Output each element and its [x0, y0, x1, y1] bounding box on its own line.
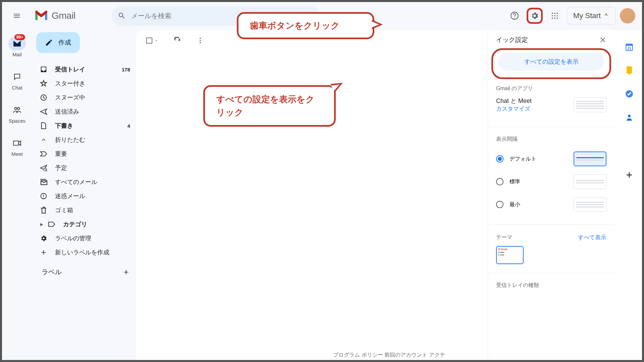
nav-manage-labels[interactable]: ラベルの管理 [36, 231, 136, 245]
side-panel: 31 [619, 30, 640, 180]
nav-sent[interactable]: 送信済み [36, 105, 136, 119]
svg-point-6 [557, 15, 558, 16]
app-rail: 99+ Mail Chat Spaces Meet [2, 29, 32, 360]
svg-point-16 [200, 38, 201, 39]
nav-trash[interactable]: ゴミ箱 [36, 203, 136, 217]
svg-point-5 [554, 15, 555, 16]
add-button[interactable] [625, 170, 634, 180]
plus-icon [625, 171, 633, 179]
gear-icon [40, 235, 47, 242]
label-icon [48, 221, 55, 227]
radio-icon [496, 178, 503, 185]
customize-link[interactable]: カスタマイズ [496, 105, 532, 113]
nav-important[interactable]: 重要 [36, 147, 136, 161]
tasks-icon [625, 89, 634, 98]
quick-settings-panel: イック設定 すべての設定を表示 Gmail のアプリ Chat と Meet カ… [488, 30, 614, 358]
spam-icon [40, 192, 47, 200]
compose-button[interactable]: 作成 [36, 32, 80, 53]
svg-point-18 [200, 42, 201, 44]
nav-categories[interactable]: ▶カテゴリ [36, 217, 136, 231]
inbox-icon [40, 66, 47, 73]
plus-icon [40, 249, 47, 256]
clock-icon [40, 94, 47, 101]
rail-spaces[interactable]: Spaces [8, 103, 26, 124]
density-compact[interactable]: 最小 [496, 193, 606, 216]
file-icon [40, 122, 47, 129]
nav-new-label[interactable]: 新しいラベルを作成 [36, 245, 136, 259]
apps-thumb [574, 98, 606, 112]
important-icon [40, 151, 47, 157]
more-vert-icon [197, 37, 204, 44]
contacts-icon [625, 113, 633, 122]
close-icon[interactable] [599, 36, 606, 44]
density-title: 表示間隔 [496, 136, 606, 143]
gmail-text: Gmail [52, 10, 75, 21]
search-icon [118, 12, 126, 20]
meet-icon [13, 139, 21, 147]
rail-mail[interactable]: 99+ Mail [8, 37, 26, 57]
trash-icon [40, 206, 47, 214]
svg-point-9 [557, 18, 558, 19]
density-default[interactable]: デフォルト [496, 147, 606, 170]
radio-icon [496, 201, 503, 208]
help-icon [510, 11, 519, 20]
footer-text: プログラム ポリシー 前回のアカウント アクテ [333, 352, 445, 359]
theme-title: テーマ [496, 234, 512, 241]
rail-label: Meet [11, 151, 22, 157]
see-all-settings-button[interactable]: すべての設定を表示 [498, 53, 604, 71]
allmail-icon [40, 179, 48, 185]
calendar-icon: 31 [625, 43, 634, 51]
contacts-button[interactable] [625, 113, 634, 122]
nav-scheduled[interactable]: 予定 [36, 161, 136, 175]
mail-badge: 99+ [14, 34, 25, 40]
keep-button[interactable] [625, 66, 634, 75]
svg-point-1 [552, 13, 553, 14]
account-avatar[interactable] [620, 8, 635, 23]
inbox-type-title: 受信トレイの種類 [496, 282, 606, 289]
gmail-apps-title: Gmail のアプリ [496, 85, 606, 92]
rail-meet[interactable]: Meet [8, 136, 26, 157]
density-comfortable[interactable]: 標準 [496, 170, 606, 193]
more-button[interactable] [197, 37, 204, 44]
refresh-button[interactable] [174, 37, 181, 44]
rail-label: Spaces [9, 118, 25, 124]
nav-starred[interactable]: スター付き [36, 76, 136, 90]
svg-point-23 [628, 115, 631, 117]
star-icon [40, 80, 47, 87]
chat-meet-label: Chat と Meet [496, 97, 532, 105]
nav-collapse[interactable]: 折りたたむ [36, 133, 136, 147]
caret-down-icon [154, 39, 158, 43]
tasks-button[interactable] [625, 89, 634, 99]
gmail-logo[interactable]: Gmail [34, 10, 75, 21]
mystart-button[interactable]: My Start [567, 7, 616, 24]
all-settings-highlight: すべての設定を表示 [491, 48, 611, 79]
main-menu-button[interactable] [9, 8, 25, 24]
rail-chat[interactable]: Chat [8, 70, 26, 90]
pencil-icon [45, 39, 53, 47]
scheduled-icon [40, 164, 47, 172]
sidebar: 作成 受信トレイ178 スター付き スヌーズ中 送信済み 下書き4 折りたたむ … [32, 29, 136, 360]
svg-point-10 [14, 107, 17, 110]
support-button[interactable] [506, 8, 523, 24]
quick-settings-title: イック設定 [496, 36, 528, 44]
nav-inbox[interactable]: 受信トレイ178 [36, 62, 136, 76]
checkbox-icon [146, 37, 153, 44]
select-all-checkbox[interactable] [146, 37, 158, 44]
rail-label: Mail [12, 52, 22, 57]
plus-icon[interactable] [123, 269, 129, 276]
nav-drafts[interactable]: 下書き4 [36, 119, 136, 133]
nav-snoozed[interactable]: スヌーズ中 [36, 90, 136, 105]
apps-button[interactable] [547, 8, 563, 24]
theme-view-all[interactable]: すべて表示 [578, 234, 606, 241]
nav-allmail[interactable]: すべてのメール [36, 175, 136, 189]
svg-point-8 [554, 18, 555, 19]
nav-spam[interactable]: 迷惑メール [36, 189, 136, 203]
mail-icon [13, 40, 21, 47]
svg-point-7 [552, 18, 553, 19]
settings-button[interactable] [527, 8, 543, 24]
theme-thumbnail[interactable]: M Gmail ━ ━━━ ━ ━━━ [496, 246, 524, 264]
compose-label: 作成 [58, 38, 71, 47]
calendar-button[interactable]: 31 [625, 42, 634, 52]
callout-all-settings: すべての設定を表示をクリック [203, 85, 336, 127]
svg-point-17 [200, 40, 201, 41]
